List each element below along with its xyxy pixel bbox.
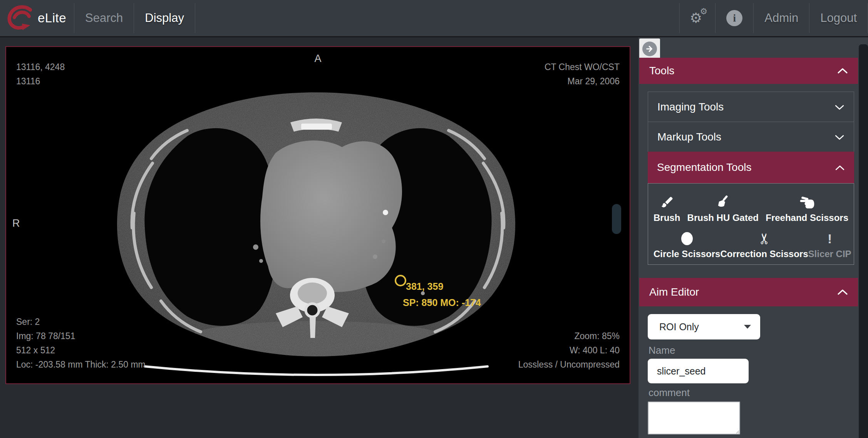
brush-hu-gated-tool-button[interactable]: Brush HU Gated: [687, 194, 759, 224]
elite-swirl-icon: [6, 3, 35, 33]
hand-scissors-icon: [799, 194, 815, 211]
annotation-coords: 381, 359: [406, 281, 443, 292]
aim-editor-section-header[interactable]: Aim Editor: [639, 278, 858, 306]
slice-scrollbar-thumb[interactable]: [612, 204, 621, 234]
navbar: eLite Search Display ⚙⚙ i Admin Logout: [0, 0, 868, 37]
seg-tools-row-2: Circle Scissors ✂ Correction Scissors ! …: [654, 224, 848, 261]
chevron-down-icon: [834, 131, 845, 143]
arrow-right-icon: [642, 42, 657, 56]
accordion-label: Markup Tools: [657, 131, 721, 143]
tab-search[interactable]: Search: [74, 0, 134, 36]
name-field-label: Name: [648, 344, 675, 356]
orientation-marker-anterior: A: [314, 52, 321, 66]
aim-editor-title: Aim Editor: [649, 286, 699, 298]
brand-name: eLite: [38, 11, 66, 25]
settings-button[interactable]: ⚙⚙: [680, 0, 715, 36]
info-icon: i: [726, 10, 742, 26]
caret-down-icon: [744, 325, 751, 329]
navbar-spacer: [195, 0, 679, 36]
annotation-stats: SP: 850 MO: -174: [403, 297, 481, 308]
sidebar-scrollbar-track[interactable]: [859, 44, 868, 438]
series-info-overlay: Ser: 2 Img: 78 78/151 512 x 512 Loc: -20…: [16, 315, 146, 372]
tools-section-header[interactable]: Tools: [639, 58, 858, 84]
accordion-markup-tools[interactable]: Markup Tools: [648, 122, 854, 152]
chevron-down-icon: [834, 101, 845, 113]
aim-name-input[interactable]: [648, 359, 749, 383]
circle-scissors-tool-button[interactable]: Circle Scissors: [654, 230, 720, 261]
chevron-up-icon: [837, 286, 848, 298]
circle-icon: [681, 230, 693, 247]
gears-icon: ⚙⚙: [690, 11, 702, 25]
patient-info-overlay: 13116, 4248 13116: [16, 60, 65, 89]
logout-link[interactable]: Logout: [809, 0, 868, 36]
collapse-sidebar-button[interactable]: [639, 38, 660, 59]
aim-template-selected-value: ROI Only: [659, 321, 699, 333]
info-button[interactable]: i: [716, 0, 753, 36]
accordion-imaging-tools[interactable]: Imaging Tools: [648, 92, 854, 122]
admin-link[interactable]: Admin: [754, 0, 809, 36]
exclamation-icon: !: [828, 230, 832, 247]
display-info-overlay: Zoom: 85% W: 400 L: 40 Lossless / Uncomp…: [518, 329, 620, 372]
dicom-viewport[interactable]: 13116, 4248 13116 CT Chest WO/CST Mar 29…: [5, 46, 630, 384]
orientation-marker-right: R: [12, 216, 20, 231]
chevron-up-icon: [837, 65, 848, 77]
slicer-cip-tool-button[interactable]: ! Slicer CIP: [808, 230, 851, 261]
study-info-overlay: CT Chest WO/CST Mar 29, 2006: [545, 60, 620, 89]
correction-scissors-tool-button[interactable]: ✂ Correction Scissors: [720, 230, 808, 261]
accordion-segmentation-tools[interactable]: Segmentation Tools: [648, 152, 854, 183]
seed-marker-icon: [395, 275, 406, 286]
tab-display[interactable]: Display: [134, 0, 195, 36]
accordion-label: Imaging Tools: [657, 101, 724, 113]
comment-field-label: comment: [648, 387, 690, 399]
broom-icon: [715, 194, 731, 211]
chevron-up-icon: [835, 161, 845, 174]
scissors-icon: ✂: [758, 230, 771, 247]
segmentation-tools-panel: Brush Brush HU Gated Freehand Scissors: [648, 183, 854, 265]
tools-section-title: Tools: [649, 65, 674, 77]
brush-tool-button[interactable]: Brush: [654, 194, 680, 224]
freehand-scissors-tool-button[interactable]: Freehand Scissors: [766, 194, 848, 224]
paintbrush-icon: [660, 194, 674, 211]
aim-template-select[interactable]: ROI Only: [648, 314, 760, 339]
aim-comment-textarea[interactable]: [648, 401, 740, 435]
brand-logo[interactable]: eLite: [0, 0, 74, 36]
elite-app: eLite Search Display ⚙⚙ i Admin Logout: [0, 0, 868, 438]
accordion-label: Segmentation Tools: [657, 161, 751, 174]
seg-tools-row-1: Brush Brush HU Gated Freehand Scissors: [654, 188, 848, 224]
tools-sidebar: Tools Imaging Tools Markup Tools Segment…: [638, 37, 868, 438]
